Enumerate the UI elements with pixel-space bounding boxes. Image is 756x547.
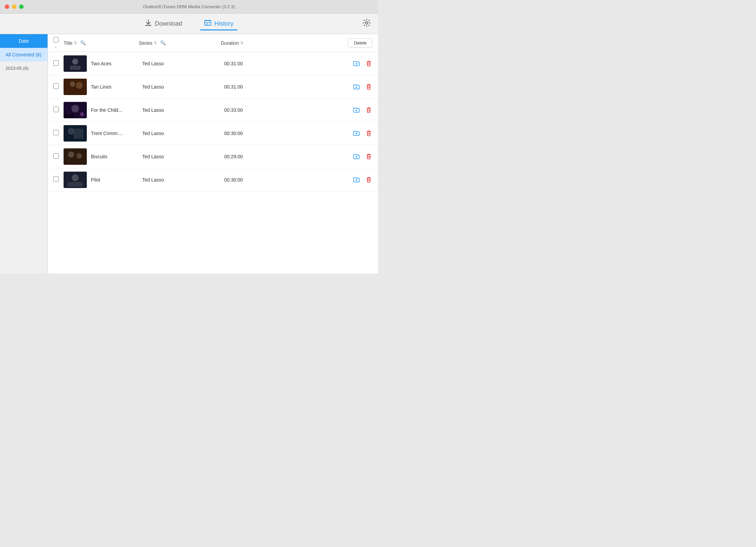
settings-button[interactable]	[362, 18, 371, 29]
delete-button[interactable]: Delete	[348, 38, 373, 48]
row-5-checkbox[interactable]	[53, 153, 59, 159]
svg-point-11	[70, 81, 75, 87]
download-icon	[145, 19, 152, 28]
row-6-thumbnail	[64, 172, 87, 188]
row-1-delete-button[interactable]	[365, 59, 373, 68]
svg-rect-2	[206, 20, 207, 21]
select-all-checkbox-col	[53, 37, 64, 49]
main-layout: Date All Converted (6) 2023-05 (6) Title…	[0, 34, 378, 274]
row-4-checkbox[interactable]	[53, 130, 59, 135]
download-tab[interactable]: Download	[140, 17, 186, 30]
row-4-delete-button[interactable]	[365, 129, 373, 138]
row-6-series: Ted Lasso	[142, 177, 224, 183]
history-icon	[204, 19, 212, 28]
duration-sort-icon: ⇅	[240, 41, 243, 45]
svg-point-12	[76, 82, 83, 89]
sidebar: Date All Converted (6) 2023-05 (6)	[0, 34, 48, 274]
svg-point-14	[71, 105, 79, 112]
row-6-delete-button[interactable]	[365, 175, 373, 184]
row-2-title: Tan Lines	[91, 84, 142, 90]
row-1-thumb-img	[64, 55, 87, 72]
row-1-title: Two Aces	[91, 61, 142, 66]
row-4-thumb-img	[64, 125, 87, 142]
row-1-duration: 00:31:00	[224, 61, 352, 66]
title-column-header[interactable]: Title ⇅ 🔍	[64, 40, 139, 46]
history-tab-underline	[200, 29, 238, 30]
sidebar-item-2023-05[interactable]: 2023-05 (6)	[0, 62, 48, 75]
svg-point-21	[68, 151, 74, 158]
download-tab-label: Download	[155, 20, 182, 27]
duration-column-label: Duration	[221, 40, 239, 46]
svg-point-18	[68, 128, 75, 135]
row-3-checkbox[interactable]	[53, 107, 59, 112]
svg-rect-3	[209, 20, 210, 21]
row-4-open-folder-button[interactable]	[352, 129, 361, 138]
svg-rect-10	[64, 79, 87, 95]
row-2-thumbnail	[64, 79, 87, 95]
svg-rect-19	[74, 129, 83, 139]
row-5-open-folder-button[interactable]	[352, 152, 361, 161]
row-4-checkbox-col	[53, 130, 64, 136]
series-column-label: Series	[139, 40, 152, 46]
table-row: Two Aces Ted Lasso 00:31:00	[48, 52, 378, 75]
row-3-open-folder-button[interactable]	[352, 106, 361, 115]
content-area: Title ⇅ 🔍 Series ⇅ 🔍 Duration ⇅ Delete	[48, 34, 378, 274]
svg-point-6	[366, 22, 368, 24]
select-all-checkbox[interactable]	[53, 37, 59, 42]
table-header: Title ⇅ 🔍 Series ⇅ 🔍 Duration ⇅ Delete	[48, 34, 378, 52]
row-2-checkbox-col	[53, 83, 64, 90]
row-5-duration: 00:29:00	[224, 154, 352, 159]
series-sort-icon: ⇅	[154, 41, 157, 45]
series-search-icon[interactable]: 🔍	[160, 40, 166, 45]
app-title: Ondesoft iTunes DRM Media Converter (3.2…	[143, 4, 235, 9]
table-row: For the Child... Ted Lasso 00:33:00	[48, 98, 378, 122]
table-row: Trent Crimm:... Ted Lasso 00:30:00	[48, 122, 378, 145]
row-2-thumb-img	[64, 79, 87, 95]
window-controls	[5, 4, 24, 9]
row-4-thumbnail	[64, 125, 87, 142]
history-tab-label: History	[214, 20, 233, 27]
row-2-delete-button[interactable]	[365, 82, 373, 91]
row-1-open-folder-button[interactable]	[352, 59, 361, 68]
row-5-delete-button[interactable]	[365, 152, 373, 161]
row-1-thumbnail	[64, 55, 87, 72]
row-3-delete-button[interactable]	[365, 106, 373, 115]
row-3-thumbnail	[64, 102, 87, 118]
svg-rect-20	[64, 148, 87, 165]
row-5-thumbnail	[64, 148, 87, 165]
row-6-open-folder-button[interactable]	[352, 175, 361, 184]
history-tab[interactable]: History	[200, 17, 238, 30]
title-bar: Ondesoft iTunes DRM Media Converter (3.2…	[0, 0, 378, 14]
row-6-checkbox[interactable]	[53, 176, 59, 182]
title-search-icon[interactable]: 🔍	[80, 40, 86, 45]
svg-point-24	[72, 174, 79, 181]
row-5-title: Biscuits	[91, 154, 142, 159]
row-2-series: Ted Lasso	[142, 84, 224, 90]
row-3-checkbox-col	[53, 107, 64, 113]
duration-column-header[interactable]: Duration ⇅	[221, 40, 348, 46]
toolbar: Download History	[0, 14, 378, 34]
row-6-checkbox-col	[53, 176, 64, 183]
row-2-checkbox[interactable]	[53, 83, 59, 89]
row-2-open-folder-button[interactable]	[352, 82, 361, 91]
row-1-series: Ted Lasso	[142, 61, 224, 66]
row-6-title: Pilot	[91, 177, 142, 183]
row-4-actions	[352, 129, 373, 138]
svg-point-15	[80, 112, 84, 116]
row-5-series: Ted Lasso	[142, 154, 224, 159]
sidebar-item-all-converted[interactable]: All Converted (6)	[0, 48, 48, 62]
sidebar-header: Date	[0, 34, 48, 48]
series-column-header[interactable]: Series ⇅ 🔍	[139, 40, 221, 46]
row-4-duration: 00:30:00	[224, 131, 352, 136]
row-3-series: Ted Lasso	[142, 107, 224, 113]
checkbox-dropdown-chevron[interactable]	[53, 43, 57, 49]
title-column-label: Title	[64, 40, 72, 46]
row-1-actions	[352, 59, 373, 68]
minimize-button[interactable]	[12, 4, 16, 9]
table-row: Tan Lines Ted Lasso 00:31:00	[48, 75, 378, 98]
row-1-checkbox[interactable]	[53, 60, 59, 66]
row-4-series: Ted Lasso	[142, 131, 224, 136]
close-button[interactable]	[5, 4, 9, 9]
maximize-button[interactable]	[19, 4, 24, 9]
table-row: Biscuits Ted Lasso 00:29:00	[48, 145, 378, 168]
